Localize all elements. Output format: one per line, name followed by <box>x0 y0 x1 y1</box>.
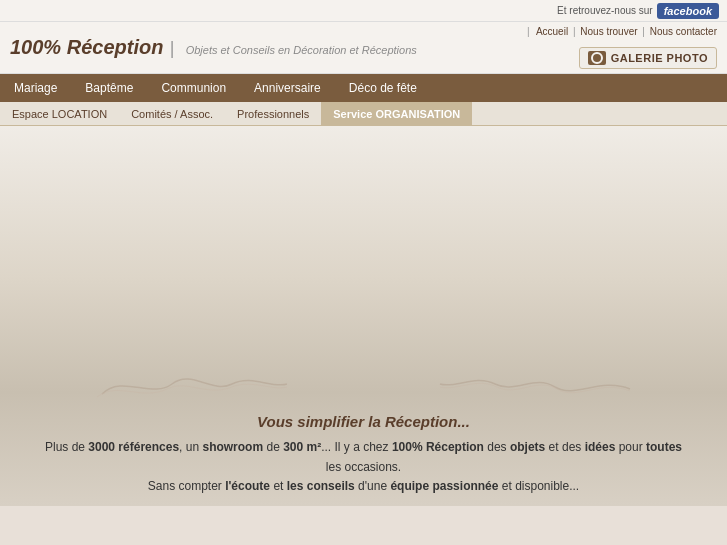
retrouvez-text: Et retrouvez-nous sur <box>557 5 653 16</box>
desc-mid4: des <box>484 440 510 454</box>
nav-anniversaire[interactable]: Anniversaire <box>240 74 335 102</box>
accueil-link[interactable]: Accueil <box>536 26 568 37</box>
desc-pre1: Plus de <box>45 440 88 454</box>
desc-refs: 3000 références <box>88 440 179 454</box>
top-bar: Et retrouvez-nous sur facebook <box>0 0 727 22</box>
nous-contacter-link[interactable]: Nous contacter <box>650 26 717 37</box>
desc-objets: objets <box>510 440 545 454</box>
desc-dispo: et disponible... <box>498 479 579 493</box>
desc-mid6: pour <box>615 440 646 454</box>
description: Plus de 3000 références, un showroom de … <box>30 438 697 496</box>
nav-professionnels[interactable]: Professionnels <box>225 102 321 125</box>
header-right: | Accueil | Nous trouver | Nous contacte… <box>527 22 717 73</box>
main-content: Vous simplifier la Réception... Plus de … <box>0 126 727 506</box>
site-subtitle: Objets et Conseils en Décoration et Réce… <box>186 44 417 56</box>
desc-size: 300 m² <box>283 440 321 454</box>
desc-dune: d'une <box>355 479 391 493</box>
primary-navigation: Mariage Baptême Communion Anniversaire D… <box>0 74 727 102</box>
camera-icon <box>588 51 606 65</box>
nav-espace-location[interactable]: Espace LOCATION <box>0 102 119 125</box>
swirl-left <box>92 369 292 404</box>
desc-mid2: de <box>263 440 283 454</box>
desc-mid3: ... Il y a chez <box>321 440 392 454</box>
desc-et: et <box>270 479 287 493</box>
gallery-label: GALERIE PHOTO <box>611 52 708 64</box>
desc-sans: Sans compter <box>148 479 225 493</box>
swirl-decoration <box>0 366 727 406</box>
separator-icon: | <box>527 26 530 37</box>
gallery-button[interactable]: GALERIE PHOTO <box>579 47 717 69</box>
nav-comites-assoc[interactable]: Comités / Assoc. <box>119 102 225 125</box>
bottom-text-area: Vous simplifier la Réception... Plus de … <box>0 413 727 496</box>
top-links: | Accueil | Nous trouver | Nous contacte… <box>527 26 717 37</box>
desc-mid5: et des <box>545 440 584 454</box>
header: 100% Réception| Objets et Conseils en Dé… <box>0 22 727 74</box>
nav-service-organisation[interactable]: Service ORGANISATION <box>321 102 472 125</box>
nav-bapteme[interactable]: Baptême <box>71 74 147 102</box>
nav-communion[interactable]: Communion <box>147 74 240 102</box>
facebook-badge[interactable]: facebook <box>657 3 719 19</box>
nav-deco-fete[interactable]: Déco de fête <box>335 74 431 102</box>
nous-trouver-link[interactable]: Nous trouver <box>580 26 637 37</box>
desc-mid1: , un <box>179 440 202 454</box>
desc-ecoute: l'écoute <box>225 479 270 493</box>
secondary-navigation: Espace LOCATION Comités / Assoc. Profess… <box>0 102 727 126</box>
desc-showroom: showroom <box>202 440 263 454</box>
nav-mariage[interactable]: Mariage <box>0 74 71 102</box>
desc-brand: 100% Réception <box>392 440 484 454</box>
site-title: 100% Réception| <box>10 36 186 58</box>
site-branding: 100% Réception| Objets et Conseils en Dé… <box>10 36 417 59</box>
desc-conseils: les conseils <box>287 479 355 493</box>
desc-occasions: les occasions. <box>326 460 401 474</box>
desc-idees: idées <box>585 440 616 454</box>
swirl-right <box>435 369 635 404</box>
desc-equipe: équipe passionnée <box>390 479 498 493</box>
desc-toutes: toutes <box>646 440 682 454</box>
tagline: Vous simplifier la Réception... <box>30 413 697 430</box>
